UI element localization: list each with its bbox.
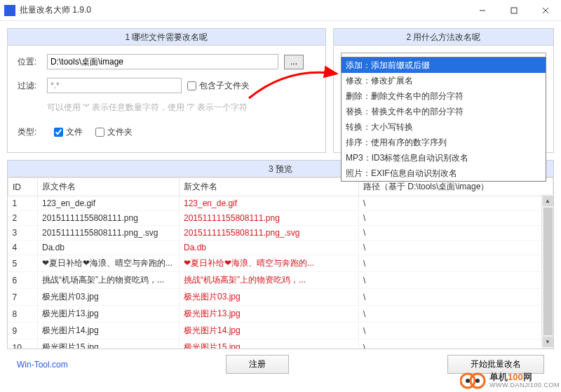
col-orig[interactable]: 原文件名 [38, 178, 180, 196]
watermark-url: WWW.DANJI100.COM [489, 382, 560, 389]
filter-input[interactable] [47, 78, 182, 93]
cell-orig: 极光图片14.jpg [38, 323, 180, 339]
table-row[interactable]: 1123_en_de.gif123_en_de.gif\ [8, 196, 553, 211]
close-button[interactable] [529, 0, 561, 20]
preview-table: ID 原文件名 新文件名 路径（基于 D:\tools\桌面\image） 11… [8, 177, 553, 349]
location-label: 位置: [18, 56, 41, 68]
cell-path: \ [359, 226, 553, 241]
col-new[interactable]: 新文件名 [180, 178, 359, 196]
cell-path: \ [359, 272, 553, 289]
method-dropdown[interactable]: 添加：添加前缀或后缀修改：修改扩展名删除：删除文件名中的部分字符替换：替换文件名… [341, 57, 546, 182]
cell-id: 1 [8, 196, 38, 211]
cell-path: \ [359, 196, 553, 211]
cell-new: 20151111155808111.png_.svg [180, 226, 359, 241]
cell-new: 极光图片03.jpg [180, 289, 359, 306]
type-file-checkbox[interactable] [54, 128, 63, 137]
cell-new: ❤夏日补给❤海浪、晴空与奔跑的... [180, 255, 359, 272]
register-button[interactable]: 注册 [226, 355, 289, 374]
cell-orig: 20151111155808111.png [38, 211, 180, 226]
filter-label: 过滤: [18, 80, 41, 92]
cell-orig: 极光图片13.jpg [38, 306, 180, 323]
group-files-title: 1 哪些文件需要改名呢 [8, 29, 325, 46]
cell-path: \ [359, 289, 553, 306]
watermark-icon [460, 371, 487, 391]
window-title: 批量改名大师 1.9.0 [20, 4, 91, 16]
method-option[interactable]: 排序：使用有序的数字序列 [342, 135, 546, 150]
site-link[interactable]: Win-Tool.com [17, 360, 68, 370]
cell-new: 极光图片13.jpg [180, 306, 359, 323]
cell-id: 10 [8, 339, 38, 349]
group-method-title: 2 用什么方法改名呢 [334, 29, 553, 46]
cell-orig: Da.db [38, 241, 180, 255]
cell-orig: 挑战“机场高架”上的物资吃鸡，... [38, 272, 180, 289]
col-id[interactable]: ID [8, 178, 38, 196]
type-file-label: 文件 [66, 126, 83, 138]
table-row[interactable]: 220151111155808111.png20151111155808111.… [8, 211, 553, 226]
app-icon [4, 5, 15, 16]
method-option[interactable]: 修改：修改扩展名 [342, 73, 546, 88]
table-row[interactable]: 4Da.dbDa.db\ [8, 241, 553, 255]
scroll-thumb[interactable] [543, 208, 553, 335]
svg-point-6 [466, 379, 470, 383]
method-option[interactable]: 照片：EXIF信息自动识别改名 [342, 165, 546, 181]
svg-rect-1 [511, 8, 517, 13]
maximize-button[interactable] [498, 0, 529, 20]
scroll-up-button[interactable]: ▲ [543, 196, 553, 206]
cell-new: 极光图片15.jpg [180, 339, 359, 349]
include-sub-checkbox[interactable] [187, 81, 196, 90]
cell-new: 123_en_de.gif [180, 196, 359, 211]
watermark: 单机100网 WWW.DANJI100.COM [460, 371, 560, 391]
cell-new: 20151111155808111.png [180, 211, 359, 226]
group-preview: 3 预览 ID 原文件名 新文件名 路径（基于 D:\tools\桌面\imag… [7, 160, 554, 349]
cell-path: \ [359, 323, 553, 339]
method-option[interactable]: 转换：大小写转换 [342, 119, 546, 135]
vertical-scrollbar[interactable]: ▲ ▼ [541, 194, 553, 349]
table-row[interactable]: 5❤夏日补给❤海浪、晴空与奔跑的...❤夏日补给❤海浪、晴空与奔跑的...\ [8, 255, 553, 272]
cell-path: \ [359, 306, 553, 323]
scroll-down-button[interactable]: ▼ [543, 337, 553, 347]
cell-orig: ❤夏日补给❤海浪、晴空与奔跑的... [38, 255, 180, 272]
table-row[interactable]: 9极光图片14.jpg极光图片14.jpg\ [8, 323, 553, 339]
cell-orig: 极光图片03.jpg [38, 289, 180, 306]
include-sub-check[interactable]: 包含子文件夹 [187, 80, 250, 92]
group-method: 2 用什么方法改名呢 添加：添加前缀或后缀 添加：添加前缀或后缀修改：修改扩展名… [333, 28, 554, 153]
cell-id: 2 [8, 211, 38, 226]
cell-id: 3 [8, 226, 38, 241]
location-input[interactable] [47, 54, 278, 69]
method-option[interactable]: 删除：删除文件名中的部分字符 [342, 88, 546, 104]
cell-path: \ [359, 255, 553, 272]
cell-id: 6 [8, 272, 38, 289]
browse-button[interactable]: ... [284, 55, 304, 69]
method-option[interactable]: 添加：添加前缀或后缀 [342, 58, 546, 73]
footer: Win-Tool.com 注册 开始批量改名 [7, 349, 554, 374]
type-folder-label: 文件夹 [107, 126, 133, 138]
cell-id: 7 [8, 289, 38, 306]
cell-orig: 20151111155808111.png_.svg [38, 226, 180, 241]
cell-path: \ [359, 211, 553, 226]
method-option[interactable]: 替换：替换文件名中的部分字符 [342, 104, 546, 119]
watermark-brand: 单机100网 [489, 372, 560, 382]
cell-path: \ [359, 241, 553, 255]
cell-id: 8 [8, 306, 38, 323]
cell-id: 9 [8, 323, 38, 339]
table-row[interactable]: 8极光图片13.jpg极光图片13.jpg\ [8, 306, 553, 323]
cell-path: \ [359, 339, 553, 349]
table-row[interactable]: 6挑战“机场高架”上的物资吃鸡，...挑战“机场高架”上的物资吃鸡，...\ [8, 272, 553, 289]
cell-new: 挑战“机场高架”上的物资吃鸡，... [180, 272, 359, 289]
cell-id: 5 [8, 255, 38, 272]
type-folder-check[interactable]: 文件夹 [95, 126, 133, 138]
table-row[interactable]: 10极光图片15.jpg极光图片15.jpg\ [8, 339, 553, 349]
svg-point-7 [475, 379, 480, 383]
include-sub-label: 包含子文件夹 [199, 80, 250, 92]
table-row[interactable]: 320151111155808111.png_.svg2015111115580… [8, 226, 553, 241]
table-row[interactable]: 7极光图片03.jpg极光图片03.jpg\ [8, 289, 553, 306]
cell-new: 极光图片14.jpg [180, 323, 359, 339]
method-option[interactable]: MP3：ID3标签信息自动识别改名 [342, 150, 546, 165]
cell-orig: 极光图片15.jpg [38, 339, 180, 349]
type-label: 类型: [18, 126, 41, 138]
title-bar: 批量改名大师 1.9.0 [0, 0, 561, 21]
type-file-check[interactable]: 文件 [54, 126, 83, 138]
cell-orig: 123_en_de.gif [38, 196, 180, 211]
type-folder-checkbox[interactable] [95, 128, 104, 137]
minimize-button[interactable] [466, 0, 498, 20]
